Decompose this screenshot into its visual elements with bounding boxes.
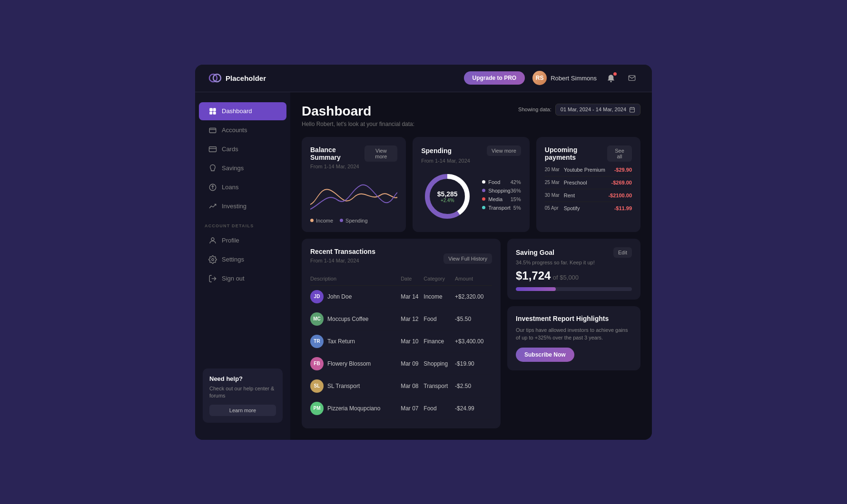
svg-rect-4	[209, 108, 213, 111]
user-info[interactable]: RS Robert Simmons	[532, 71, 597, 85]
balance-view-more-button[interactable]: View more	[364, 145, 397, 162]
payment-amount: -$11.99	[614, 205, 632, 211]
see-all-button[interactable]: See all	[607, 145, 632, 162]
mail-button[interactable]	[625, 71, 639, 85]
sidebar-item-profile[interactable]: Profile	[199, 232, 286, 250]
main-content: Dashboard Hello Robert, let's look at yo…	[290, 92, 652, 440]
dashboard-icon	[208, 107, 217, 116]
sidebar-item-loans[interactable]: Loans	[199, 178, 286, 196]
tx-avatar: TR	[310, 335, 324, 348]
sidebar-item-signout[interactable]: Sign out	[199, 270, 286, 288]
tx-name: Pizzeria Moqupciano	[327, 405, 380, 412]
donut-center: $5,285 +2.4%	[437, 190, 458, 203]
view-history-button[interactable]: View Full History	[443, 253, 492, 264]
notifications-button[interactable]	[604, 71, 618, 85]
tx-description: JD John Doe	[310, 285, 401, 308]
balance-summary-subtitle: From 1-14 Mar, 2024	[310, 164, 397, 169]
table-row: SL SL Transport Mar 08 Transport -$2.50	[310, 375, 492, 397]
payments-list: 20 Mar Youtube Premium -$29.90 25 Mar Pr…	[545, 164, 632, 214]
sidebar-item-settings[interactable]: Settings	[199, 251, 286, 269]
payment-date: 25 Mar	[545, 180, 564, 185]
balance-summary-title: Balance Summary	[310, 146, 364, 161]
tx-avatar: SL	[310, 379, 324, 393]
tx-category: Transport	[424, 375, 455, 397]
profile-icon	[208, 236, 217, 245]
upgrade-button[interactable]: Upgrade to PRO	[464, 71, 525, 85]
help-title: Need help?	[209, 375, 276, 382]
spending-subtitle: From 1-14 Mar, 2024	[421, 158, 521, 164]
spending-title: Spending	[421, 147, 452, 155]
tx-description: PM Pizzeria Moqupciano	[310, 397, 401, 419]
tx-name: Moccups Coffee	[327, 316, 369, 322]
right-cards: Saving Goal Edit 34.5% progress so far. …	[507, 239, 640, 428]
sidebar-label-signout: Sign out	[222, 275, 245, 282]
subscribe-button[interactable]: Subscribe Now	[516, 348, 574, 362]
saving-total: of $5,000	[553, 274, 579, 281]
edit-saving-button[interactable]: Edit	[613, 247, 632, 258]
table-row: PM Pizzeria Moqupciano Mar 07 Food -$24.…	[310, 397, 492, 419]
svg-point-11	[211, 238, 214, 241]
notification-dot	[613, 72, 617, 76]
top-cards-grid: Balance Summary View more From 1-14 Mar,…	[302, 137, 640, 232]
table-row: MC Moccups Coffee Mar 12 Food -$5.50	[310, 308, 492, 330]
sidebar-item-investing[interactable]: Investing	[199, 197, 286, 215]
tx-description: TR Tax Return	[310, 330, 401, 352]
tx-name: SL Transport	[327, 383, 360, 389]
tx-description: MC Moccups Coffee	[310, 308, 401, 330]
transport-pct: 5%	[513, 205, 521, 211]
income-dot	[310, 219, 314, 222]
logo-icon	[208, 71, 222, 85]
sidebar-item-dashboard[interactable]: Dashboard	[199, 102, 286, 120]
tx-category: Income	[424, 285, 455, 308]
payment-name: Rent	[564, 193, 609, 198]
help-text: Check out our help center & forums	[209, 385, 276, 400]
payment-date: 20 Mar	[545, 167, 564, 172]
sidebar-item-cards[interactable]: Cards	[199, 140, 286, 158]
saving-progress-text: 34.5% progress so far. Keep it up!	[516, 260, 632, 265]
sidebar-label-loans: Loans	[222, 184, 238, 191]
balance-chart	[310, 176, 397, 214]
tx-amount: -$24.99	[455, 397, 492, 419]
tx-amount: +$3,400.00	[455, 330, 492, 352]
content-header: Dashboard Hello Robert, let's look at yo…	[302, 104, 640, 127]
tx-avatar: MC	[310, 312, 324, 326]
payment-name: Spotify	[564, 205, 614, 211]
legend-income: Income	[310, 218, 333, 223]
investing-icon	[208, 202, 217, 211]
table-row: FB Flowery Blossom Mar 09 Shopping -$19.…	[310, 352, 492, 375]
app-name: Placeholder	[226, 74, 266, 82]
savings-icon	[208, 164, 217, 173]
legend-spending: Spending	[340, 218, 368, 223]
payment-row: 20 Mar Youtube Premium -$29.90	[545, 164, 632, 176]
saving-current: $1,724	[516, 269, 551, 282]
balance-summary-card: Balance Summary View more From 1-14 Mar,…	[302, 137, 406, 232]
table-row: JD John Doe Mar 14 Income +$2,320.00	[310, 285, 492, 308]
svg-rect-7	[213, 111, 216, 114]
sidebar-label-savings: Savings	[222, 165, 244, 172]
payment-name: Youtube Premium	[564, 167, 614, 173]
tx-date: Mar 08	[401, 375, 424, 397]
transactions-title: Recent Transactions	[310, 248, 375, 255]
user-name: Robert Simmons	[551, 75, 597, 82]
learn-more-button[interactable]: Learn more	[209, 405, 276, 416]
date-badge[interactable]: 01 Mar, 2024 - 14 Mar, 2024	[555, 104, 640, 116]
sidebar-item-savings[interactable]: Savings	[199, 159, 286, 177]
investment-report-text: Our tips have allowed investors to achie…	[516, 326, 632, 342]
payment-date: 05 Apr	[545, 205, 564, 211]
tx-date: Mar 10	[401, 330, 424, 352]
svg-rect-6	[209, 111, 212, 114]
top-nav-right: Upgrade to PRO RS Robert Simmons	[464, 71, 639, 85]
media-pct: 15%	[511, 196, 521, 202]
saving-goal-card: Saving Goal Edit 34.5% progress so far. …	[507, 239, 640, 300]
transactions-subtitle: From 1-14 Mar, 2024	[310, 258, 375, 263]
col-description: Description	[310, 272, 401, 286]
spending-shopping: Shopping 36%	[482, 188, 521, 194]
tx-category: Food	[424, 308, 455, 330]
investment-report-card: Investment Report Highlights Our tips ha…	[507, 306, 640, 370]
spending-food: Food 42%	[482, 179, 521, 185]
sidebar-item-accounts[interactable]: Accounts	[199, 121, 286, 139]
svg-point-12	[212, 258, 214, 261]
payment-row: 30 Mar Rent -$2100.00	[545, 189, 632, 202]
payment-amount: -$2100.00	[608, 193, 632, 198]
spending-view-more-button[interactable]: View more	[487, 145, 521, 156]
